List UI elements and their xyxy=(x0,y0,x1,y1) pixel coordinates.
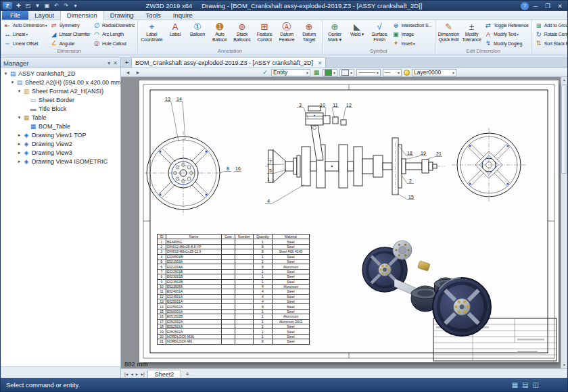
tree-item-bom-table[interactable]: ▦BOM_Table xyxy=(1,122,120,130)
minimize-button[interactable]: ─ xyxy=(530,3,541,9)
angular-button[interactable]: ∠Angular xyxy=(49,39,91,48)
balloon-button[interactable]: ①Balloon xyxy=(187,21,209,37)
balloon-8[interactable]: 8 xyxy=(220,166,231,173)
auto-balloon-button[interactable]: ➊Auto Balloon xyxy=(209,21,231,43)
insert-button[interactable]: ✦Insert▾ xyxy=(391,39,433,48)
tree-item-table[interactable]: ▾▦Table xyxy=(1,113,120,122)
radial-diametric-button[interactable]: ∅Radial/Diametric xyxy=(91,21,136,30)
layer-combo[interactable]: Layer0000▾ xyxy=(412,69,456,76)
label-coordinate-button[interactable]: ⌖Label Coordinate xyxy=(139,21,164,43)
toggle-reference-button[interactable]: ⇄Toggle Reference xyxy=(483,21,530,30)
ribbon-tab-drawing[interactable]: Drawing xyxy=(104,11,140,20)
modify-tolerance-button[interactable]: ±Modify Tolerance xyxy=(460,21,483,43)
filter-check-icon[interactable]: ✓ xyxy=(261,69,269,76)
stack-balloons-button[interactable]: ⊚Stack Balloons xyxy=(231,21,254,43)
pan-right-icon[interactable]: ▸ xyxy=(134,69,142,76)
sort-stack-balloons-button[interactable]: ⇅Sort Stack Balloons xyxy=(534,39,567,48)
ribbon-tab-tools[interactable]: Tools xyxy=(140,11,167,20)
linear-chamfer-button[interactable]: ◢Linear Chamfer xyxy=(49,30,91,39)
new-document-button[interactable]: + xyxy=(122,59,131,68)
intersection-s-button[interactable]: ⊗Intersection S... xyxy=(391,21,433,30)
layer-visibility-icon[interactable] xyxy=(404,70,410,76)
next-sheet-button[interactable]: ▸ xyxy=(135,372,140,377)
expander-icon[interactable]: ▸ xyxy=(16,150,22,155)
lineweight-combo[interactable]: —▾ xyxy=(383,69,402,76)
balloon-15[interactable]: 15 xyxy=(397,193,415,200)
arc-length-button[interactable]: ◠Arc Length xyxy=(91,30,136,39)
first-sheet-button[interactable]: |◂ xyxy=(123,372,129,377)
dimension-quick-edit-button[interactable]: ✎Dimension Quick Edit xyxy=(437,21,460,43)
auto-dimension-button[interactable]: ⇤Auto Dimension▾ xyxy=(2,21,49,30)
rotate-center-button[interactable]: ↻Rotate Center... xyxy=(534,30,567,39)
ribbon-tab-inquire[interactable]: Inquire xyxy=(167,11,199,20)
tree-item-assy-crankshaft-2d[interactable]: ▾▤ASSY crankshaft_2D xyxy=(1,69,120,78)
expander-icon[interactable]: ▸ xyxy=(16,159,22,164)
undo-icon[interactable]: ↶ xyxy=(52,3,61,9)
image-button[interactable]: ▣Image xyxy=(391,30,433,39)
maximize-button[interactable]: ❐ xyxy=(542,3,553,9)
add-to-group-button[interactable]: ⊞Add to Group▾ xyxy=(534,21,567,30)
tree-item-drawing-view3[interactable]: ▸◈Drawing View3 xyxy=(1,148,120,157)
prev-sheet-button[interactable]: ◂ xyxy=(129,372,135,377)
datum-feature-button[interactable]: ⒶDatum Feature xyxy=(276,21,298,43)
expander-icon[interactable]: ▸ xyxy=(16,132,22,138)
entity-filter-combo[interactable]: Entity▾ xyxy=(271,69,310,76)
ribbon-tab-dimension[interactable]: Dimension xyxy=(60,10,104,20)
vertical-scrollbar[interactable]: ▴ ▾ xyxy=(561,77,567,368)
fill-color-swatch[interactable]: ▾ xyxy=(339,69,354,76)
drawing-sheet[interactable]: 131481631011127514215181921 IDNameCostNu… xyxy=(139,80,559,362)
grid-toggle-icon[interactable]: ▦ xyxy=(512,381,518,389)
balloon-16[interactable]: 16 xyxy=(233,166,241,172)
drawing-view-side[interactable] xyxy=(452,128,526,202)
center-mark-button[interactable]: ⊕Center Mark ▾ xyxy=(324,21,346,43)
balloon-12[interactable]: 12 xyxy=(343,103,352,121)
expander-icon[interactable]: ▸ xyxy=(16,141,22,147)
hole-callout-button[interactable]: ◎Hole Callout xyxy=(91,39,136,48)
expander-icon[interactable]: ▾ xyxy=(16,89,22,94)
close-tab-icon[interactable]: ✕ xyxy=(318,60,322,66)
manager-close-icon[interactable]: ✕ xyxy=(113,60,118,66)
tree-item-drawing-view4-isometric[interactable]: ▸◈Drawing View4 ISOMETRIC xyxy=(1,157,120,166)
quick-access-dropdown-icon[interactable]: ▾ xyxy=(71,3,80,9)
tree-item-sheet-format-a2-h-ansi[interactable]: ▾▥Sheet Format A2_H(ANSI) xyxy=(1,87,120,95)
tree-item-sheet2-a2-h-594-00-x-420-00-mm[interactable]: ▾▤Sheet2 A2(H) (594.00 x 420.00 mm) xyxy=(1,78,120,87)
drawing-canvas[interactable]: 131481631011127514215181921 IDNameCostNu… xyxy=(121,77,567,368)
last-sheet-button[interactable]: ▸| xyxy=(139,372,145,377)
tree-item-drawing-view1-top[interactable]: ▸◈Drawing View1 TOP xyxy=(1,130,120,139)
tree-item-sheet-border[interactable]: ▭Sheet Border xyxy=(1,95,120,104)
manager-options-icon[interactable]: ▾ xyxy=(108,60,110,66)
balloon-21[interactable]: 21 xyxy=(426,151,442,160)
balloon-13[interactable]: 13 xyxy=(164,97,179,141)
help-button[interactable]: ? xyxy=(521,2,529,10)
display-icon[interactable]: ◫ xyxy=(533,381,539,389)
linetype-combo[interactable]: ———▾ xyxy=(356,69,381,76)
redo-icon[interactable]: ↷ xyxy=(62,3,70,9)
ribbon-tab-layout[interactable]: Layout xyxy=(28,11,60,20)
clipboard-icon[interactable]: ▤ xyxy=(522,381,528,389)
scroll-up-icon[interactable]: ▴ xyxy=(563,77,565,83)
drawing-view-exploded[interactable] xyxy=(265,106,445,195)
add-sheet-button[interactable]: + xyxy=(183,370,192,378)
scroll-down-icon[interactable]: ▾ xyxy=(563,362,565,368)
tree-item-drawing-view2[interactable]: ▸◈Drawing View2 xyxy=(1,139,120,148)
modify-dogleg-button[interactable]: ↯Modify Dogleg xyxy=(483,39,530,48)
color-picker-icon[interactable]: ▦ xyxy=(312,69,321,76)
modify-text-button[interactable]: AModify Text▾ xyxy=(483,30,530,39)
app-logo-icon[interactable]: Z xyxy=(3,2,12,9)
balloon-2[interactable]: 2 xyxy=(402,176,414,184)
expander-icon[interactable]: ▾ xyxy=(3,71,9,76)
new-file-icon[interactable]: ✚ xyxy=(14,3,23,9)
open-file-icon[interactable]: ◰ xyxy=(24,3,32,9)
save-icon[interactable]: ▼ xyxy=(33,3,42,9)
linear-offset-button[interactable]: ⇔Linear Offset xyxy=(2,39,49,48)
scrollbar-thumb[interactable] xyxy=(561,84,567,174)
weld-button[interactable]: ◣Weld ▾ xyxy=(346,21,369,37)
document-tab[interactable]: BOM_Crankshaft assy-exploded-2019.Z3 - [… xyxy=(131,57,326,68)
bom-table[interactable]: IDNameCostNumberQuantityMaterial1BEARING… xyxy=(157,234,309,345)
expander-icon[interactable]: ▾ xyxy=(9,80,16,85)
linear-button[interactable]: ↔Linear▾ xyxy=(2,30,49,39)
isometric-render[interactable] xyxy=(362,241,491,336)
print-icon[interactable]: ▣ xyxy=(43,3,51,9)
datum-target-button[interactable]: ⊕Datum Target xyxy=(298,21,321,43)
symmetry-button[interactable]: ⇌Symmetry xyxy=(49,21,91,30)
